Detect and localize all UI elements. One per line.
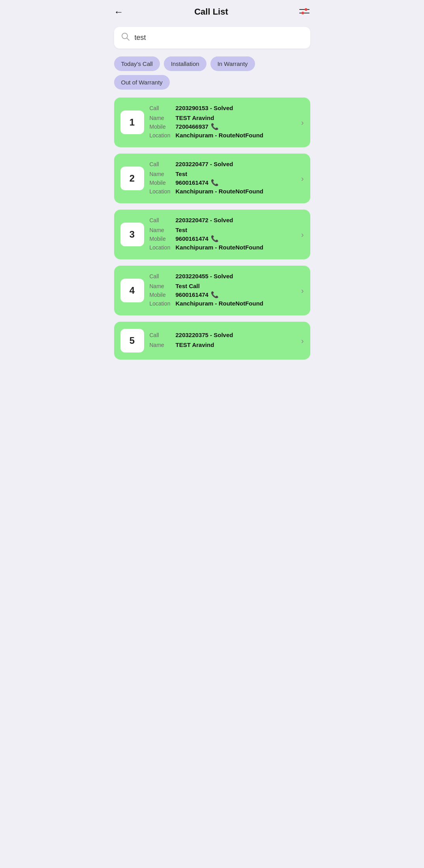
svg-point-1: [305, 8, 307, 11]
call-label: Call: [150, 217, 173, 223]
call-id: 2203220375 - Solved: [176, 332, 233, 338]
call-label: Call: [150, 273, 173, 279]
call-details: Call 2203220455 - Solved Name Test Call …: [150, 273, 296, 308]
call-number-badge: 2: [120, 167, 144, 190]
call-number-badge: 4: [120, 279, 144, 302]
name-label: Name: [150, 342, 173, 348]
chevron-right-icon: ›: [301, 230, 304, 239]
phone-icon[interactable]: 📞: [211, 235, 219, 242]
call-card[interactable]: 2 Call 2203220477 - Solved Name Test Mob…: [114, 154, 310, 203]
call-name: TEST Aravind: [176, 341, 214, 348]
call-details: Call 2203290153 - Solved Name TEST Aravi…: [150, 105, 296, 140]
chevron-right-icon: ›: [301, 336, 304, 345]
call-id: 2203220472 - Solved: [176, 217, 233, 223]
name-label: Name: [150, 115, 173, 121]
location-label: Location: [150, 188, 173, 195]
call-id: 2203220455 - Solved: [176, 273, 233, 279]
call-name: TEST Aravind: [176, 114, 214, 121]
call-card[interactable]: 5 Call 2203220375 - Solved Name TEST Ara…: [114, 322, 310, 360]
tab-installation[interactable]: Installation: [164, 56, 206, 71]
call-details: Call 2203220477 - Solved Name Test Mobil…: [150, 161, 296, 196]
call-details: Call 2203220472 - Solved Name Test Mobil…: [150, 217, 296, 252]
call-label: Call: [150, 161, 173, 167]
phone-icon[interactable]: 📞: [211, 179, 219, 186]
call-name: Test: [176, 171, 188, 177]
call-name: Test Call: [176, 283, 200, 289]
svg-point-3: [302, 12, 304, 14]
mobile-label: Mobile: [150, 180, 173, 186]
chevron-right-icon: ›: [301, 118, 304, 127]
mobile-label: Mobile: [150, 124, 173, 130]
svg-line-5: [127, 38, 129, 40]
call-card[interactable]: 4 Call 2203220455 - Solved Name Test Cal…: [114, 266, 310, 315]
call-list: 1 Call 2203290153 - Solved Name TEST Ara…: [106, 97, 318, 367]
tab-todays-call[interactable]: Today's Call: [114, 56, 160, 71]
call-number-badge: 1: [120, 111, 144, 134]
phone-icon[interactable]: 📞: [211, 123, 219, 130]
call-name: Test: [176, 227, 188, 233]
back-button[interactable]: ←: [114, 6, 124, 17]
phone-icon[interactable]: 📞: [211, 291, 219, 298]
call-label: Call: [150, 105, 173, 111]
call-location: Kanchipuram - RouteNotFound: [176, 188, 263, 195]
call-mobile: 7200466937: [176, 123, 208, 130]
search-icon: [121, 32, 130, 43]
chevron-right-icon: ›: [301, 174, 304, 183]
name-label: Name: [150, 283, 173, 289]
location-label: Location: [150, 300, 173, 307]
call-label: Call: [150, 332, 173, 338]
filter-tabs: Today's Call Installation In Warranty Ou…: [106, 56, 318, 97]
search-input[interactable]: [135, 34, 303, 42]
mobile-label: Mobile: [150, 292, 173, 298]
name-label: Name: [150, 171, 173, 177]
call-id: 2203290153 - Solved: [176, 105, 233, 111]
call-mobile: 9600161474: [176, 291, 208, 298]
filter-icon: [299, 7, 310, 16]
call-details: Call 2203220375 - Solved Name TEST Aravi…: [150, 332, 296, 350]
name-label: Name: [150, 227, 173, 233]
tab-out-of-warranty[interactable]: Out of Warranty: [114, 75, 170, 90]
call-location: Kanchipuram - RouteNotFound: [176, 132, 263, 139]
filter-button[interactable]: [299, 7, 310, 16]
call-mobile: 9600161474: [176, 179, 208, 186]
call-number-badge: 5: [120, 329, 144, 352]
header: ← Call List: [106, 0, 318, 24]
call-location: Kanchipuram - RouteNotFound: [176, 244, 263, 251]
call-mobile: 9600161474: [176, 235, 208, 242]
call-id: 2203220477 - Solved: [176, 161, 233, 167]
chevron-right-icon: ›: [301, 286, 304, 295]
tab-in-warranty[interactable]: In Warranty: [210, 56, 255, 71]
page-title: Call List: [194, 7, 228, 17]
call-card[interactable]: 3 Call 2203220472 - Solved Name Test Mob…: [114, 210, 310, 259]
call-location: Kanchipuram - RouteNotFound: [176, 300, 263, 307]
call-number-badge: 3: [120, 223, 144, 246]
search-bar: [114, 27, 310, 49]
mobile-label: Mobile: [150, 236, 173, 242]
call-card[interactable]: 1 Call 2203290153 - Solved Name TEST Ara…: [114, 97, 310, 147]
location-label: Location: [150, 132, 173, 139]
location-label: Location: [150, 244, 173, 251]
